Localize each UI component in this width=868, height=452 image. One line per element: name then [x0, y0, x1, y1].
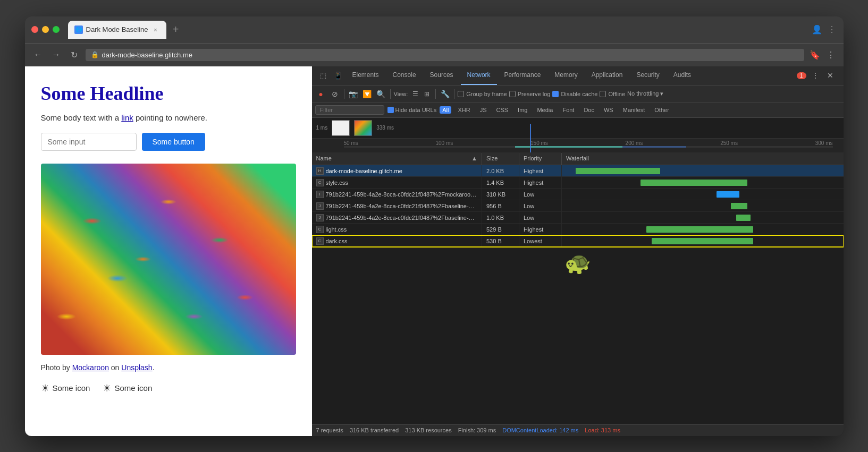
- row-size: 1.4 KB: [482, 177, 519, 189]
- xhr-filter-btn[interactable]: XHR: [454, 106, 473, 114]
- view-list-button[interactable]: ☰: [410, 89, 420, 99]
- mobile-icon[interactable]: 📱: [331, 69, 345, 82]
- some-input[interactable]: [41, 133, 137, 151]
- disable-cache-checkbox[interactable]: Disable cache: [552, 91, 597, 97]
- disable-cache-cb[interactable]: [552, 91, 559, 97]
- tab-network[interactable]: Network: [461, 66, 497, 86]
- timeline-ms2: 338 ms: [376, 125, 394, 131]
- reload-button[interactable]: ↻: [68, 48, 81, 62]
- col-priority[interactable]: Priority: [519, 152, 562, 165]
- minimize-button[interactable]: [42, 26, 49, 33]
- page-link[interactable]: link: [121, 113, 133, 122]
- hide-data-urls-cb[interactable]: [387, 107, 394, 113]
- preserve-log-checkbox[interactable]: Preserve log: [509, 91, 551, 97]
- photo-credit-unsplash[interactable]: Unsplash: [121, 363, 152, 372]
- media-filter-btn[interactable]: Media: [534, 106, 556, 114]
- row-size: 530 B: [482, 235, 519, 247]
- tab-application[interactable]: Application: [585, 66, 629, 86]
- search-button[interactable]: 🔍: [375, 88, 387, 100]
- profile-icon[interactable]: 👤: [812, 24, 822, 35]
- hide-data-urls-checkbox[interactable]: Hide data URLs: [387, 107, 437, 113]
- toolbar-separator-4: [454, 89, 454, 99]
- resource-icon: J: [316, 202, 324, 210]
- devtools-more-icon[interactable]: ⋮: [810, 70, 821, 81]
- status-transferred: 316 KB transferred: [350, 427, 399, 433]
- network-table: Name ▲ Size Priority Waterfall H: [312, 152, 844, 248]
- devtools-network[interactable]: Name ▲ Size Priority Waterfall H: [312, 152, 844, 424]
- more-icon[interactable]: ⋮: [827, 24, 837, 35]
- col-name[interactable]: Name ▲: [312, 152, 482, 165]
- devtools-close-icon[interactable]: ✕: [824, 70, 836, 81]
- resource-name: style.css: [326, 180, 348, 186]
- resource-name: 791b2241-459b-4a2e-8cca-c0fdc21f0487%2Fm…: [326, 191, 478, 198]
- table-row[interactable]: C light.css 529 B Highest: [312, 224, 844, 235]
- waterfall-bar: [731, 203, 748, 209]
- tab-security[interactable]: Security: [630, 66, 665, 86]
- bookmark-icon[interactable]: 🔖: [808, 48, 821, 61]
- photo-credit-mockaroon[interactable]: Mockaroon: [72, 363, 109, 372]
- view-buttons: ☰ ⊞: [410, 89, 432, 99]
- img-filter-btn[interactable]: Img: [515, 106, 530, 114]
- waterfall-cell: [562, 165, 844, 177]
- view-details-button[interactable]: ⊞: [422, 89, 432, 99]
- some-button[interactable]: Some button: [142, 133, 205, 151]
- col-waterfall[interactable]: Waterfall: [562, 152, 844, 165]
- tab-performance[interactable]: Performance: [498, 66, 547, 86]
- other-filter-btn[interactable]: Other: [651, 106, 672, 114]
- forward-button[interactable]: →: [49, 48, 63, 62]
- sun-icon-1: ☀: [41, 382, 49, 394]
- tab-console[interactable]: Console: [386, 66, 423, 86]
- active-tab[interactable]: 🌐 Dark Mode Baseline ×: [68, 21, 166, 39]
- font-filter-btn[interactable]: Font: [559, 106, 577, 114]
- throttle-selector[interactable]: No throttling ▾: [627, 90, 663, 97]
- new-tab-button[interactable]: +: [168, 22, 183, 37]
- tab-sources[interactable]: Sources: [424, 66, 460, 86]
- group-by-frame-checkbox[interactable]: Group by frame: [458, 91, 507, 97]
- tab-close-button[interactable]: ×: [151, 25, 160, 34]
- preserve-log-cb[interactable]: [509, 91, 516, 97]
- group-by-frame-cb[interactable]: [458, 91, 464, 97]
- devtools-timeline[interactable]: 1 ms 338 ms 50 ms 100 ms 150 ms 200 ms 2…: [312, 118, 844, 152]
- candy-image: [41, 164, 296, 355]
- turtle-emoji: 🐢: [564, 251, 591, 276]
- devtools-panel: ⬚ 📱 Elements Console Sources Network Per…: [312, 66, 844, 436]
- col-size[interactable]: Size: [482, 152, 519, 165]
- devtools-tabs: ⬚ 📱 Elements Console Sources Network Per…: [312, 66, 844, 86]
- status-domcontentloaded[interactable]: DOMContentLoaded: 142 ms: [502, 427, 578, 433]
- table-row[interactable]: J 791b2241-459b-4a2e-8cca-c0fdc21f0487%2…: [312, 200, 844, 212]
- inspector-icon[interactable]: ⬚: [316, 69, 330, 82]
- devtools-toolbar: ● ⊘ 📷 🔽 🔍 View: ☰ ⊞ 🔧: [312, 86, 844, 103]
- table-row[interactable]: J 791b2241-459b-4a2e-8cca-c0fdc21f0487%2…: [312, 212, 844, 224]
- address-input[interactable]: 🔒 dark-mode-baseline.glitch.me: [86, 49, 804, 61]
- table-row[interactable]: I 791b2241-459b-4a2e-8cca-c0fdc21f0487%2…: [312, 189, 844, 200]
- tab-audits[interactable]: Audits: [667, 66, 697, 86]
- row-priority: Highest: [519, 177, 562, 189]
- js-filter-btn[interactable]: JS: [477, 106, 490, 114]
- filter-button[interactable]: 🔽: [361, 88, 373, 100]
- waterfall-btn[interactable]: 🔧: [439, 88, 451, 100]
- offline-cb[interactable]: [600, 91, 606, 97]
- preserve-log-label: Preserve log: [518, 91, 551, 97]
- css-filter-btn[interactable]: CSS: [493, 106, 511, 114]
- record-button[interactable]: ●: [315, 88, 327, 100]
- all-filter-btn[interactable]: All: [440, 106, 451, 114]
- resource-name: 791b2241-459b-4a2e-8cca-c0fdc21f0487%2Fb…: [326, 215, 478, 221]
- maximize-button[interactable]: [53, 26, 60, 33]
- offline-checkbox[interactable]: Offline: [600, 91, 625, 97]
- back-button[interactable]: ←: [31, 48, 45, 62]
- table-row[interactable]: H dark-mode-baseline.glitch.me 2.0 KB Hi…: [312, 165, 844, 177]
- capture-screenshot-button[interactable]: 📷: [348, 88, 359, 100]
- close-button[interactable]: [31, 26, 38, 33]
- doc-filter-btn[interactable]: Doc: [580, 106, 597, 114]
- table-row[interactable]: C style.css 1.4 KB Highest: [312, 177, 844, 189]
- status-load[interactable]: Load: 313 ms: [585, 427, 620, 433]
- clear-button[interactable]: ⊘: [329, 88, 341, 100]
- ws-filter-btn[interactable]: WS: [601, 106, 617, 114]
- title-bar-actions: 👤 ⋮: [812, 24, 837, 35]
- manifest-filter-btn[interactable]: Manifest: [620, 106, 648, 114]
- tab-memory[interactable]: Memory: [548, 66, 584, 86]
- filter-input[interactable]: [315, 105, 384, 115]
- table-row[interactable]: C dark.css 530 B Lowest: [312, 235, 844, 247]
- menu-icon[interactable]: ⋮: [824, 48, 837, 61]
- tab-elements[interactable]: Elements: [346, 66, 385, 86]
